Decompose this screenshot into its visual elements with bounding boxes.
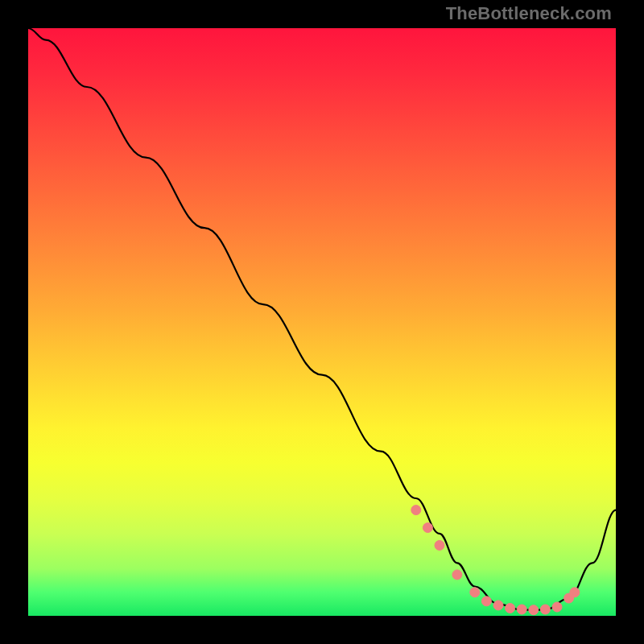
chart-frame: TheBottleneck.com [0, 0, 644, 644]
data-marker [481, 597, 491, 606]
data-marker [570, 588, 580, 597]
data-marker [452, 570, 462, 580]
data-marker [470, 588, 480, 597]
data-marker [506, 604, 515, 613]
data-marker [435, 540, 444, 550]
data-marker [529, 605, 539, 615]
data-marker [552, 602, 562, 612]
marker-group [411, 506, 580, 615]
data-marker [517, 605, 526, 614]
data-marker [540, 605, 550, 614]
bottleneck-curve [28, 28, 616, 610]
watermark-text: TheBottleneck.com [446, 3, 612, 24]
data-marker [411, 506, 421, 515]
data-marker [423, 523, 432, 533]
plot-area [28, 28, 616, 616]
data-marker [493, 601, 503, 610]
curve-layer [28, 28, 616, 616]
